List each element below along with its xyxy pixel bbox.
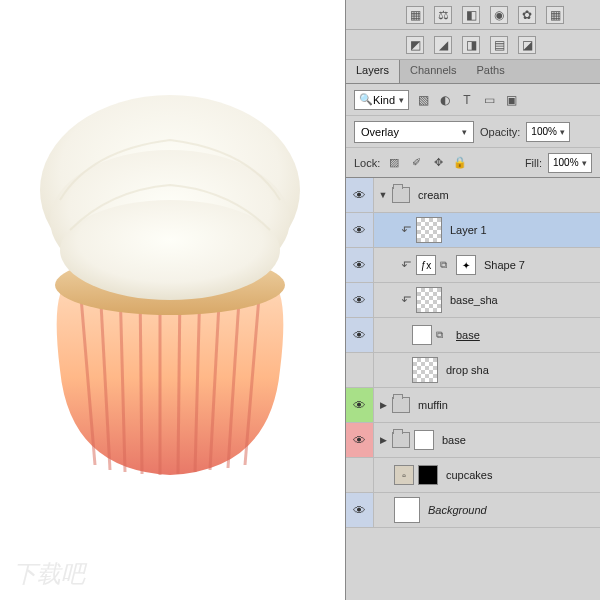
gradient-map-icon[interactable]: ▤ (490, 36, 508, 54)
lock-label: Lock: (354, 157, 380, 169)
posterize-icon[interactable]: ◢ (434, 36, 452, 54)
link-icon[interactable]: ⧉ (436, 329, 448, 341)
lock-all-icon[interactable]: 🔒 (452, 155, 468, 171)
layer-name: base (456, 329, 480, 341)
fill-value: 100% (553, 157, 579, 168)
threshold-icon[interactable]: ◨ (462, 36, 480, 54)
layer-thumbnail[interactable] (416, 217, 442, 243)
eye-icon: 👁 (353, 328, 366, 343)
visibility-toggle[interactable]: 👁 (346, 423, 374, 457)
fx-thumbnail[interactable]: ƒx (416, 255, 436, 275)
visibility-toggle[interactable]: 👁 (346, 318, 374, 352)
filter-kind-select[interactable]: 🔍 Kind ▾ (354, 90, 409, 110)
layer-name: Shape 7 (484, 259, 525, 271)
layer-name: base (442, 434, 466, 446)
selective-icon[interactable]: ◪ (518, 36, 536, 54)
filter-adjust-icon[interactable]: ◐ (437, 92, 453, 108)
lock-position-icon[interactable]: ✥ (430, 155, 446, 171)
eye-icon: 👁 (353, 433, 366, 448)
layer-name: Layer 1 (450, 224, 487, 236)
layers-list: 👁 ▼ cream 👁 ↳ Layer 1 👁 (346, 178, 600, 600)
disclosure-open-icon[interactable]: ▼ (378, 190, 388, 200)
search-icon: 🔍 (359, 93, 373, 106)
panels-sidebar: ▦ ⚖ ◧ ◉ ✿ ▦ ◩ ◢ ◨ ▤ ◪ Layers Channels Pa… (345, 0, 600, 600)
layer-thumbnail[interactable] (412, 357, 438, 383)
chevron-down-icon: ▾ (399, 95, 404, 105)
clip-indicator-icon: ↳ (399, 224, 413, 236)
opacity-value: 100% (531, 126, 557, 137)
mask-thumbnail[interactable] (418, 465, 438, 485)
layer-layer1[interactable]: 👁 ↳ Layer 1 (346, 213, 600, 248)
cupcake-artwork (10, 90, 330, 490)
blend-mode-value: Overlay (361, 126, 399, 138)
layer-thumbnail[interactable] (394, 497, 420, 523)
fill-input[interactable]: 100% ▾ (548, 153, 592, 173)
histogram-icon[interactable]: ▦ (406, 6, 424, 24)
document-canvas[interactable]: 下载吧 (0, 0, 345, 600)
layer-group-cream[interactable]: 👁 ▼ cream (346, 178, 600, 213)
layer-name: base_sha (450, 294, 498, 306)
options-row-2: ◩ ◢ ◨ ▤ ◪ (346, 30, 600, 60)
hue-icon[interactable]: ✿ (518, 6, 536, 24)
visibility-toggle[interactable] (346, 458, 374, 492)
eye-icon: 👁 (353, 223, 366, 238)
tab-paths[interactable]: Paths (467, 60, 515, 83)
layer-base-sha[interactable]: 👁 ↳ base_sha (346, 283, 600, 318)
layer-drop-sha[interactable]: drop sha (346, 353, 600, 388)
visibility-toggle[interactable]: 👁 (346, 283, 374, 317)
eye-icon: 👁 (353, 293, 366, 308)
options-row-1: ▦ ⚖ ◧ ◉ ✿ ▦ (346, 0, 600, 30)
chevron-down-icon: ▾ (560, 127, 565, 137)
svg-point-13 (60, 200, 280, 300)
invert-icon[interactable]: ◩ (406, 36, 424, 54)
contrast-icon[interactable]: ◧ (462, 6, 480, 24)
visibility-toggle[interactable] (346, 353, 374, 387)
exposure-icon[interactable]: ◉ (490, 6, 508, 24)
eye-icon: 👁 (353, 398, 366, 413)
layer-cupcakes[interactable]: ▫ cupcakes (346, 458, 600, 493)
disclosure-closed-icon[interactable]: ▶ (378, 400, 388, 410)
layer-name: muffin (418, 399, 448, 411)
mask-thumbnail[interactable]: ✦ (456, 255, 476, 275)
filter-shape-icon[interactable]: ▭ (481, 92, 497, 108)
mask-thumbnail[interactable] (414, 430, 434, 450)
clip-indicator-icon: ↳ (399, 294, 413, 306)
blend-mode-select[interactable]: Overlay ▾ (354, 121, 474, 143)
layer-thumbnail[interactable] (416, 287, 442, 313)
opacity-input[interactable]: 100% ▾ (526, 122, 570, 142)
chevron-down-icon: ▾ (582, 158, 587, 168)
folder-icon (392, 187, 410, 203)
balance-icon[interactable]: ⚖ (434, 6, 452, 24)
lock-brush-icon[interactable]: ✐ (408, 155, 424, 171)
eye-icon: 👁 (353, 258, 366, 273)
panel-tabs: Layers Channels Paths (346, 60, 600, 84)
folder-icon (392, 432, 410, 448)
visibility-toggle[interactable]: 👁 (346, 388, 374, 422)
layer-group-muffin[interactable]: 👁 ▶ muffin (346, 388, 600, 423)
visibility-toggle[interactable]: 👁 (346, 178, 374, 212)
lock-transparency-icon[interactable]: ▨ (386, 155, 402, 171)
watermark: 下载吧 (13, 558, 85, 590)
layer-filter-row: 🔍 Kind ▾ ▧ ◐ T ▭ ▣ (346, 84, 600, 116)
smart-thumbnail[interactable]: ▫ (394, 465, 414, 485)
filter-pixel-icon[interactable]: ▧ (415, 92, 431, 108)
visibility-toggle[interactable]: 👁 (346, 213, 374, 247)
layer-group-base[interactable]: 👁 ▶ base (346, 423, 600, 458)
filter-type-icon[interactable]: T (459, 92, 475, 108)
layer-base[interactable]: 👁 ⧉ base (346, 318, 600, 353)
layer-background[interactable]: 👁 Background (346, 493, 600, 528)
disclosure-closed-icon[interactable]: ▶ (378, 435, 388, 445)
link-icon[interactable]: ⧉ (440, 259, 452, 271)
tab-channels[interactable]: Channels (400, 60, 466, 83)
tab-layers[interactable]: Layers (346, 60, 400, 83)
grid-icon[interactable]: ▦ (546, 6, 564, 24)
visibility-toggle[interactable]: 👁 (346, 248, 374, 282)
visibility-toggle[interactable]: 👁 (346, 493, 374, 527)
fill-label: Fill: (525, 157, 542, 169)
eye-icon: 👁 (353, 188, 366, 203)
opacity-label: Opacity: (480, 126, 520, 138)
layer-shape7[interactable]: 👁 ↳ ƒx ⧉ ✦ Shape 7 (346, 248, 600, 283)
shape-thumbnail[interactable] (412, 325, 432, 345)
filter-smart-icon[interactable]: ▣ (503, 92, 519, 108)
layer-name: Background (428, 504, 487, 516)
